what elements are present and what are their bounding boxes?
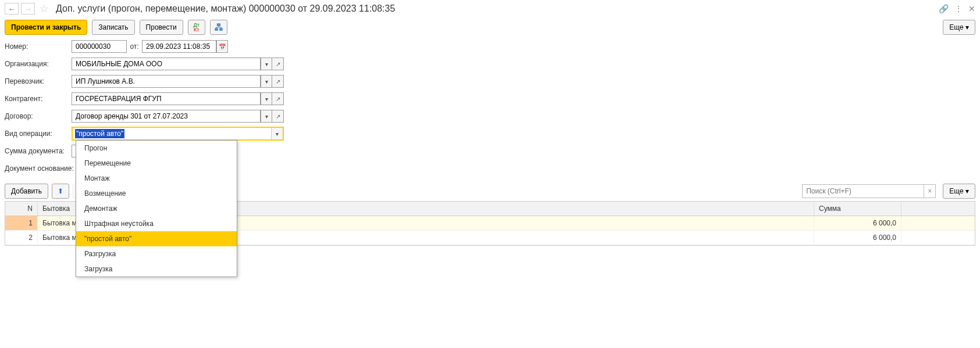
calendar-button[interactable]: 📅 — [216, 40, 228, 53]
cell-sum: 6 000,0 — [814, 231, 901, 245]
main-toolbar: Провести и закрыть Записать Провести ДтК… — [0, 17, 980, 37]
contract-input[interactable] — [72, 110, 261, 123]
carrier-open-button[interactable]: ↗ — [272, 75, 284, 88]
post-and-close-button[interactable]: Провести и закрыть — [5, 20, 87, 35]
organization-open-button[interactable]: ↗ — [272, 58, 284, 70]
svg-rect-1 — [215, 28, 218, 31]
open-icon: ↗ — [276, 96, 280, 102]
chevron-down-icon: ▾ — [265, 78, 268, 85]
cell-sum: 6 000,0 — [814, 216, 901, 230]
nav-back-button[interactable]: ← — [5, 3, 19, 15]
chevron-down-icon: ▾ — [965, 187, 969, 195]
structure-icon — [215, 23, 223, 31]
column-header-sum[interactable]: Сумма — [814, 202, 901, 216]
contragent-label: Контрагент: — [5, 95, 72, 103]
nav-forward-button: → — [21, 3, 35, 15]
number-label: Номер: — [5, 42, 72, 51]
doc-base-label: Документ основание: — [5, 164, 77, 173]
add-row-button[interactable]: Добавить — [5, 184, 48, 199]
contragent-dropdown-button[interactable]: ▾ — [261, 92, 272, 105]
organization-dropdown-button[interactable]: ▾ — [261, 58, 272, 70]
structure-button[interactable] — [210, 20, 227, 35]
dropdown-item[interactable]: Возмещение — [76, 186, 237, 201]
link-icon[interactable]: 🔗 — [939, 4, 949, 13]
date-input[interactable] — [142, 40, 216, 53]
titlebar: ← → ☆ Доп. услуги (прогон, перемещение, … — [0, 0, 980, 17]
close-icon: × — [928, 187, 932, 195]
favorite-star-icon[interactable]: ☆ — [40, 2, 49, 15]
operation-type-input[interactable]: "простой авто" ▾ — [72, 127, 284, 141]
svg-rect-0 — [217, 24, 220, 26]
organization-label: Организация: — [5, 60, 72, 68]
contragent-input[interactable] — [72, 92, 261, 105]
calendar-icon: 📅 — [219, 44, 226, 50]
chevron-down-icon: ▾ — [965, 23, 969, 31]
open-icon: ↗ — [276, 113, 280, 120]
chevron-down-icon: ▾ — [265, 61, 268, 67]
arrow-up-icon: ⬆ — [58, 187, 63, 195]
table-search-input[interactable] — [802, 184, 924, 198]
open-icon: ↗ — [276, 61, 280, 67]
chevron-down-icon: ▾ — [265, 113, 268, 120]
dt-kt-button[interactable]: ДтКт — [188, 20, 205, 35]
contract-open-button[interactable]: ↗ — [272, 110, 284, 123]
dropdown-item[interactable]: "простой авто" — [76, 231, 237, 246]
carrier-dropdown-button[interactable]: ▾ — [261, 75, 272, 88]
dropdown-item[interactable]: Демонтаж — [76, 201, 237, 216]
carrier-input[interactable] — [72, 75, 261, 88]
dropdown-item[interactable]: Монтаж — [76, 171, 237, 186]
window-title: Доп. услуги (прогон, перемещение, монтаж… — [56, 3, 395, 14]
dropdown-item[interactable]: Штрафная неустойка — [76, 216, 237, 231]
operation-type-dropdown: ПрогонПеремещениеМонтажВозмещениеДемонта… — [76, 140, 237, 246]
search-clear-button[interactable]: × — [924, 184, 936, 198]
cell-n: 2 — [5, 231, 38, 245]
toolbar-more-button[interactable]: Еще ▾ — [943, 20, 975, 35]
post-button[interactable]: Провести — [140, 20, 183, 35]
contragent-open-button[interactable]: ↗ — [272, 92, 284, 105]
write-button[interactable]: Записать — [92, 20, 134, 35]
carrier-label: Перевозчик: — [5, 77, 72, 85]
number-input[interactable] — [72, 40, 127, 53]
operation-type-dropdown-button[interactable]: ▾ — [271, 128, 283, 139]
from-label: от: — [127, 42, 142, 51]
operation-type-label: Вид операции: — [5, 130, 72, 138]
contract-dropdown-button[interactable]: ▾ — [261, 110, 272, 123]
table-more-button[interactable]: Еще ▾ — [943, 184, 975, 199]
dropdown-item[interactable]: Перемещение — [76, 156, 237, 171]
operation-type-value: "простой авто" — [75, 129, 124, 138]
organization-input[interactable] — [72, 58, 261, 70]
move-up-button[interactable]: ⬆ — [52, 184, 69, 199]
column-header-n[interactable]: N — [5, 202, 38, 216]
close-window-icon[interactable]: ✕ — [968, 4, 975, 13]
dropdown-item[interactable]: Прогон — [76, 141, 237, 156]
chevron-down-icon: ▾ — [265, 96, 268, 102]
cell-n: 1 — [5, 216, 38, 230]
svg-rect-2 — [219, 28, 222, 31]
doc-sum-label: Сумма документа: — [5, 147, 72, 155]
more-menu-icon[interactable]: ⋮ — [954, 4, 963, 13]
open-icon: ↗ — [276, 78, 280, 85]
contract-label: Договор: — [5, 112, 72, 120]
chevron-down-icon: ▾ — [276, 131, 279, 137]
